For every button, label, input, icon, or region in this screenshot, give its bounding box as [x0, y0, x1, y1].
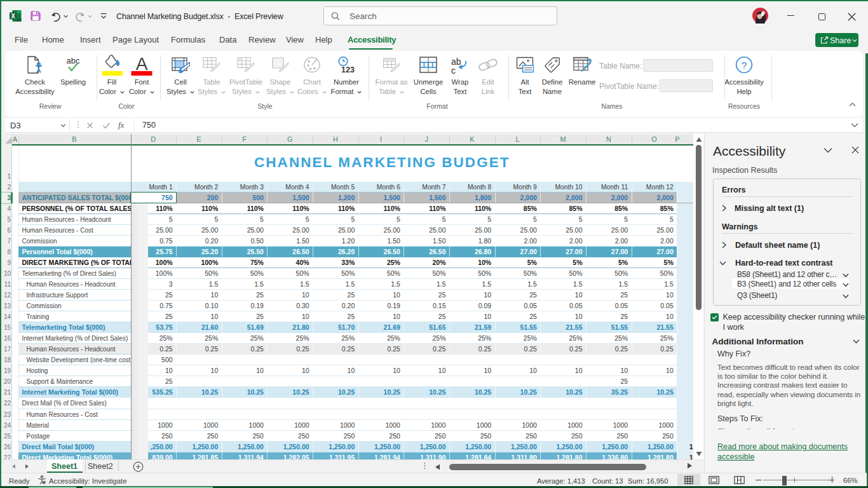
svg-text:abc: abc — [67, 57, 80, 65]
svg-text:c: c — [451, 65, 456, 74]
svg-text:X: X — [11, 13, 15, 20]
svg-text:123: 123 — [341, 65, 355, 74]
svg-text:?: ? — [742, 60, 747, 71]
svg-text:A: A — [136, 55, 148, 74]
